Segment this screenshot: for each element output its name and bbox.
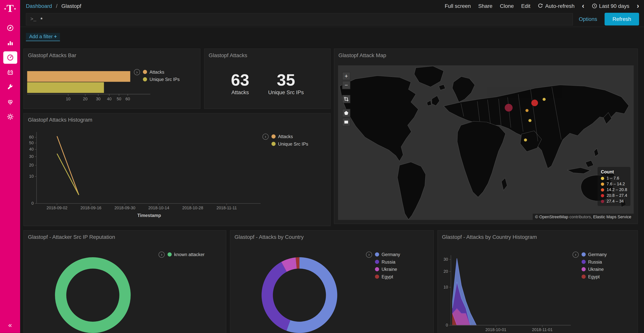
telekom-logo[interactable]: T <box>4 3 16 14</box>
legend-item-20-8-27-4[interactable]: 20.8 – 27.4 <box>601 193 627 198</box>
map-marker[interactable] <box>524 139 527 142</box>
slice-known-attacker[interactable] <box>60 263 125 327</box>
panel-title: Glastopf Attack Map <box>338 52 386 58</box>
sidebar-item-timelion[interactable] <box>3 66 17 79</box>
metric-label: Unique Src IPs <box>268 89 304 95</box>
legend-label: Ukraine <box>382 267 397 272</box>
bar-unique-src-ips[interactable] <box>27 82 104 93</box>
metric-value: 63 <box>231 71 249 88</box>
add-filter-button[interactable]: Add a filter+ <box>26 33 60 41</box>
legend-label: 14.2 – 20.8 <box>606 187 627 192</box>
nav-action-edit[interactable]: Edit <box>521 3 530 9</box>
bar-chart-icon <box>6 39 14 47</box>
sidebar-item-management[interactable] <box>3 111 17 123</box>
legend-item-unique-src-ips[interactable]: Unique Src IPs <box>272 141 308 146</box>
panel-title: Glastopf Attacks Bar <box>28 52 76 58</box>
polygon-select-button[interactable] <box>342 109 350 117</box>
legend-item-ukraine[interactable]: Ukraine <box>375 267 400 272</box>
sidebar-item-dashboard[interactable] <box>3 51 17 64</box>
legend-dot <box>375 274 379 278</box>
map-marker[interactable] <box>525 109 528 112</box>
legend-label: 7.6 – 14.2 <box>606 182 625 186</box>
svg-text:60: 60 <box>126 97 130 101</box>
legend-dot <box>375 260 379 264</box>
search-query-input[interactable]: >_ * <box>26 13 573 25</box>
legend-expand-icon[interactable]: › <box>262 134 268 140</box>
sidebar-item-visualize[interactable] <box>3 37 17 49</box>
elastic-maps-service-link[interactable]: Elastic Maps Service <box>593 215 631 219</box>
refresh-button[interactable]: Refresh <box>604 13 639 25</box>
legend-item-27-4-34[interactable]: 27.4 – 34 <box>601 199 627 203</box>
options-link[interactable]: Options <box>579 16 597 22</box>
legend-item-attacks[interactable]: Attacks <box>272 134 308 139</box>
time-forward-button[interactable]: › <box>637 2 639 9</box>
map-marker[interactable] <box>531 100 538 106</box>
legend-label: Germany <box>588 252 607 257</box>
legend-item-egypt[interactable]: Egypt <box>582 274 606 279</box>
breadcrumb-dashboard-link[interactable]: Dashboard <box>26 3 52 9</box>
auto-refresh-button[interactable]: Auto-refresh <box>538 3 574 9</box>
legend-dot <box>375 267 379 271</box>
legend-item-ukraine[interactable]: Ukraine <box>582 267 606 272</box>
reputation-donut-chart <box>54 256 132 333</box>
svg-text:30: 30 <box>29 154 34 159</box>
rectangle-select-button[interactable] <box>342 118 350 126</box>
svg-text:40: 40 <box>29 147 34 152</box>
bar-attacks[interactable] <box>27 71 130 82</box>
series-unique-src-ips[interactable] <box>57 154 79 195</box>
map-marker[interactable] <box>504 104 513 112</box>
legend-item-attacks[interactable]: Attacks <box>143 70 180 74</box>
sidebar-item-discover[interactable] <box>3 22 17 34</box>
sidebar-item-monitoring[interactable] <box>3 96 17 108</box>
legend-label: known attacker <box>174 252 205 257</box>
refresh-cycle-icon <box>538 3 543 9</box>
legend-expand-icon[interactable]: › <box>134 69 140 75</box>
svg-text:60: 60 <box>29 135 34 139</box>
legend-item-1-7-6[interactable]: 1 – 7.6 <box>601 176 627 180</box>
nav-action-clone[interactable]: Clone <box>500 3 514 9</box>
map-marker[interactable] <box>542 98 546 101</box>
attack-map[interactable]: + − Count <box>338 65 634 220</box>
svg-text:20: 20 <box>29 163 34 167</box>
series-attacks[interactable] <box>57 136 79 195</box>
legend-item-egypt[interactable]: Egypt <box>375 274 400 279</box>
legend-dot <box>168 252 172 256</box>
legend: AttacksUnique Src IPs <box>272 134 308 146</box>
legend-item-germany[interactable]: Germany <box>375 252 400 257</box>
legend-dot <box>601 194 604 197</box>
legend-item-14-2-20-8[interactable]: 14.2 – 20.8 <box>601 187 627 192</box>
legend-expand-icon[interactable]: › <box>572 251 579 258</box>
slice-russia[interactable] <box>262 262 290 331</box>
legend: AttacksUnique Src IPs <box>143 70 180 82</box>
legend-expand-icon[interactable]: › <box>158 251 165 258</box>
time-range-button[interactable]: Last 90 days <box>592 3 630 9</box>
sidebar-item-dev-tools[interactable] <box>3 81 17 93</box>
zoom-in-button[interactable]: + <box>342 72 350 80</box>
query-prompt-icon: >_ <box>30 16 36 22</box>
openstreetmap-link[interactable]: © OpenStreetMap <box>535 215 568 219</box>
legend-item-7-6-14-2[interactable]: 7.6 – 14.2 <box>601 182 627 186</box>
legend-item-known-attacker[interactable]: known attacker <box>168 252 204 257</box>
time-back-button[interactable]: ‹ <box>582 2 584 9</box>
time-range-label: Last 90 days <box>599 3 630 9</box>
zoom-out-button[interactable]: − <box>342 81 350 89</box>
legend-label: Russia <box>588 259 602 264</box>
metric-label: Attacks <box>231 89 249 95</box>
country-donut-chart <box>260 256 338 333</box>
breadcrumb-current: Glastopf <box>61 3 81 9</box>
logo-t: T <box>6 3 14 14</box>
legend-item-russia[interactable]: Russia <box>582 259 606 264</box>
crop-icon <box>344 97 349 102</box>
legend: GermanyRussiaUkraineEgypt <box>582 252 606 279</box>
legend-item-germany[interactable]: Germany <box>582 252 606 257</box>
map-marker[interactable] <box>528 119 532 122</box>
collapse-sidebar-button[interactable]: « <box>8 321 12 329</box>
legend-expand-icon[interactable]: › <box>366 251 372 258</box>
fit-data-bounds-button[interactable] <box>342 95 350 103</box>
country-histogram-chart: 01020302018-10-012018-11-01Timestamp <box>438 231 637 333</box>
svg-text:2018-11-11: 2018-11-11 <box>216 206 237 210</box>
nav-action-full-screen[interactable]: Full screen <box>445 3 471 9</box>
legend-item-unique-src-ips[interactable]: Unique Src IPs <box>143 77 180 82</box>
nav-action-share[interactable]: Share <box>478 3 492 9</box>
legend-item-russia[interactable]: Russia <box>375 259 400 264</box>
